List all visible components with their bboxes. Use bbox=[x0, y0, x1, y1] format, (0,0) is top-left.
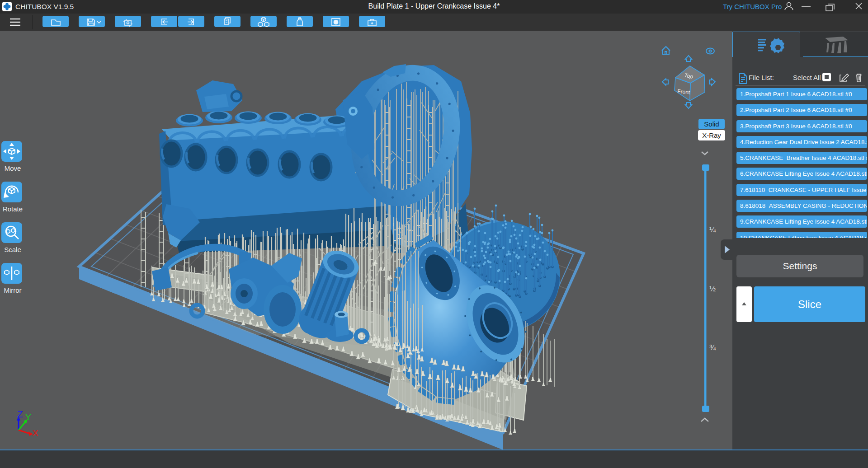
svg-text:X: X bbox=[33, 428, 38, 438]
svg-text:Solid: Solid bbox=[704, 120, 719, 128]
svg-text:Z: Z bbox=[17, 409, 23, 419]
svg-text:Front: Front bbox=[677, 88, 691, 95]
svg-text:¾: ¾ bbox=[709, 343, 716, 352]
svg-text:½: ½ bbox=[709, 285, 716, 293]
svg-text:X-Ray: X-Ray bbox=[702, 131, 721, 139]
svg-text:Y: Y bbox=[25, 412, 31, 422]
svg-text:¼: ¼ bbox=[709, 225, 716, 234]
